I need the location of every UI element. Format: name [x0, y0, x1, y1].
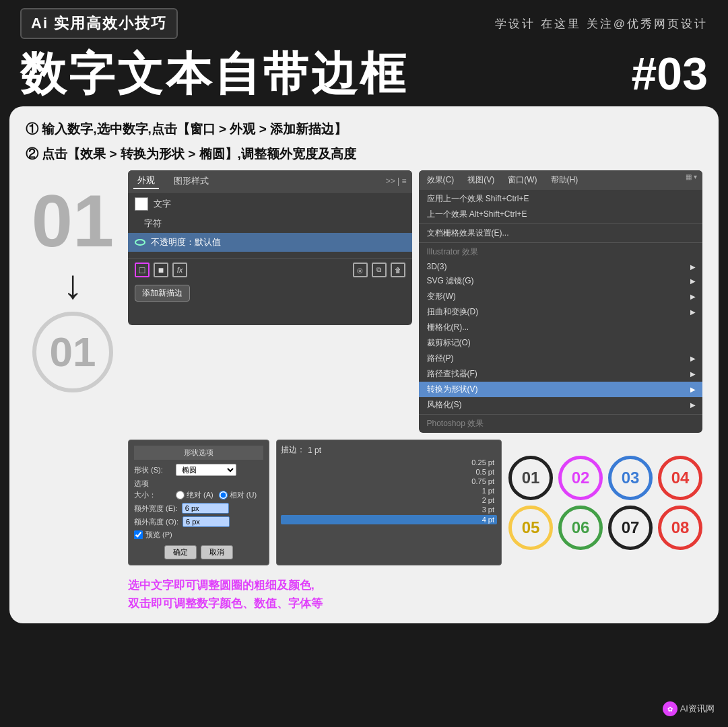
stroke-value[interactable]: 1 pt [308, 446, 321, 455]
menu-divider-3 [419, 414, 703, 415]
title-number: #03 [632, 47, 708, 100]
bottom-text-line2: 双击即可调整数字颜色、数值、字体等 [128, 594, 702, 613]
menu-apply-effect[interactable]: 应用上一个效果 Shift+Ctrl+E [419, 191, 703, 207]
step-1-text: ① 输入数字,选中数字,点击【窗口 > 外观 > 添加新描边】 [26, 120, 702, 139]
shape-type-select[interactable]: 椭圆 [176, 464, 236, 476]
arrow-down-icon: ↓ [63, 265, 83, 305]
radio-relative-label: 相对 (U) [230, 490, 257, 500]
radio-relative-input[interactable] [219, 491, 228, 499]
menu-extra: ▦ ▾ [686, 173, 697, 187]
top-banner: Ai 实用高效小技巧 学设计 在这里 关注@优秀网页设计 [0, 0, 728, 44]
menu-crop-marks[interactable]: 裁剪标记(O) [419, 335, 703, 351]
menu-view[interactable]: 视图(V) [465, 173, 497, 187]
preview-label: 预览 (P) [145, 530, 172, 540]
stroke-val-1: 1 pt [281, 487, 497, 495]
appearance-row-text: 文字 [128, 194, 412, 214]
center-column: 外观 图形样式 >> | ≡ 文字 字符 [128, 170, 702, 613]
panel-icons: >> | ≡ [386, 176, 407, 186]
appearance-row-opacity-label: 不透明度：默认值 [151, 236, 221, 248]
menu-illustrator-effects-header: Illustrator 效果 [419, 244, 703, 260]
size-mode-row: 大小： 绝对 (A) 相对 (U) [134, 490, 263, 500]
appearance-row-char-label: 字符 [144, 217, 162, 230]
stroke-label: 描边： [281, 444, 305, 456]
menu-effects[interactable]: 效果(C) [424, 173, 457, 187]
stroke-icon-button[interactable]: □ [135, 263, 150, 277]
effects-dropdown: 应用上一个效果 Shift+Ctrl+E 上一个效果 Alt+Shift+Ctr… [419, 190, 703, 433]
content-wrapper: ① 输入数字,选中数字,点击【窗口 > 外观 > 添加新描边】 ② 点击【效果 … [0, 106, 728, 727]
menu-svg[interactable]: SVG 滤镜(G)▶ [419, 273, 703, 289]
appearance-panel-body: 文字 字符 不透明度：默认值 [128, 193, 412, 253]
menu-last-effect[interactable]: 上一个效果 Alt+Shift+Ctrl+E [419, 207, 703, 222]
circle-01: 01 [508, 456, 553, 500]
appearance-row-char: 字符 [128, 214, 412, 233]
shape-type-row: 形状 (S): 椭圆 [134, 464, 263, 476]
content-area: ① 输入数字,选中数字,点击【窗口 > 外观 > 添加新描边】 ② 点击【效果 … [9, 106, 719, 623]
menu-apply-effect-label: 应用上一个效果 Shift+Ctrl+E [427, 193, 529, 205]
dialog-ok-button[interactable]: 确定 [164, 545, 197, 559]
page-wrapper: Ai 实用高效小技巧 学设计 在这里 关注@优秀网页设计 数字文本自带边框 #0… [0, 0, 728, 727]
appearance-panel-header: 外观 图形样式 >> | ≡ [128, 170, 412, 193]
circle-08: 08 [658, 506, 702, 550]
circle-02: 02 [558, 456, 603, 500]
menu-stylize[interactable]: 风格化(S)▶ [419, 397, 703, 413]
title-section: 数字文本自带边框 #03 [0, 44, 728, 106]
preview-checkbox[interactable] [134, 530, 143, 539]
dialog-cancel-button[interactable]: 取消 [201, 545, 233, 559]
stroke-val-075: 0.75 pt [281, 477, 497, 485]
stroke-val-2: 2 pt [281, 496, 497, 504]
circle-04: 04 [658, 456, 702, 500]
watermark-text: AI资讯网 [680, 703, 715, 715]
menu-convert-shape[interactable]: 转换为形状(V) ▶ 矩形(R)... 圆角矩形(D)... 椭圆(E)... [419, 382, 703, 397]
radio-absolute-label: 绝对 (A) [187, 490, 213, 500]
menu-distort[interactable]: 扭曲和变换(D)▶ [419, 304, 703, 320]
delete-button[interactable]: 🗑 [391, 263, 405, 277]
shape-dialog: 形状选项 形状 (S): 椭圆 选项 大小： [128, 440, 269, 565]
sub-arrow-3d: ▶ [690, 263, 696, 271]
menu-convert-shape-label: 转换为形状(V) [427, 384, 478, 395]
bottom-text-line1: 选中文字即可调整圆圈的粗细及颜色, [128, 576, 702, 594]
menu-raster-label: 文档栅格效果设置(E)... [427, 228, 509, 239]
extra-height-input[interactable] [183, 516, 230, 527]
stroke-panel-header: 描边： 1 pt [281, 444, 497, 456]
eye-icon [135, 239, 145, 246]
options-label: 选项 [134, 479, 263, 489]
sub-arrow-distort: ▶ [690, 308, 696, 316]
fill-icon-button[interactable]: ■ [154, 263, 168, 277]
menu-window[interactable]: 窗口(W) [505, 173, 539, 187]
graphic-style-tab[interactable]: 图形样式 [170, 174, 213, 188]
stroke-val-3: 3 pt [281, 506, 497, 514]
radio-absolute-input[interactable] [176, 491, 185, 499]
menu-raster-settings[interactable]: 文档栅格效果设置(E)... [419, 226, 703, 241]
left-column: 01 ↓ 01 [26, 170, 120, 613]
menu-divider-1 [419, 223, 703, 224]
radio-relative: 相对 (U) [219, 490, 257, 500]
extra-width-input[interactable] [182, 503, 229, 514]
circle-number-display: 01 [50, 331, 96, 373]
step-2-text: ② 点击【效果 > 转换为形状 > 椭圆】,调整额外宽度及高度 [26, 145, 702, 164]
visibility-button[interactable]: ◎ [353, 263, 368, 277]
banner-subtitle: 学设计 在这里 关注@优秀网页设计 [495, 16, 708, 32]
add-stroke-button[interactable]: 添加新描边 [135, 285, 190, 302]
stroke-value-list: 0.25 pt 0.5 pt 0.75 pt 1 pt 2 pt 3 pt 4 … [281, 458, 497, 524]
menu-help[interactable]: 帮助(H) [548, 173, 581, 187]
fx-button[interactable]: fx [172, 263, 187, 277]
appearance-panel-bottom: □ ■ fx ◎ ⧉ 🗑 [128, 258, 412, 281]
bottom-text-area: 选中文字即可调整圆圈的粗细及颜色, 双击即可调整数字颜色、数值、字体等 [128, 576, 702, 613]
top-screenshots: 外观 图形样式 >> | ≡ 文字 字符 [128, 170, 702, 433]
menu-rasterize[interactable]: 栅格化(R)... [419, 320, 703, 335]
sub-arrow-convert: ▶ [690, 386, 696, 393]
circles-row-1: 01 02 03 04 [508, 456, 702, 500]
menu-path[interactable]: 路径(P)▶ [419, 351, 703, 366]
circle-03: 03 [608, 456, 653, 500]
extra-height-label: 额外高度 (O): [134, 517, 178, 527]
circle-number-wrapper: 01 [32, 312, 113, 392]
sub-arrow-warp: ▶ [690, 293, 696, 300]
stroke-val-025: 0.25 pt [281, 458, 497, 466]
appearance-panel-screenshot: 外观 图形样式 >> | ≡ 文字 字符 [128, 170, 412, 325]
menu-3d[interactable]: 3D(3)▶ [419, 260, 703, 273]
menu-pathfinder[interactable]: 路径查找器(F)▶ [419, 366, 703, 382]
shape-dialog-title: 形状选项 [134, 446, 263, 460]
appearance-tab[interactable]: 外观 [133, 173, 159, 189]
menu-warp[interactable]: 变形(W)▶ [419, 289, 703, 304]
duplicate-button[interactable]: ⧉ [372, 263, 387, 277]
